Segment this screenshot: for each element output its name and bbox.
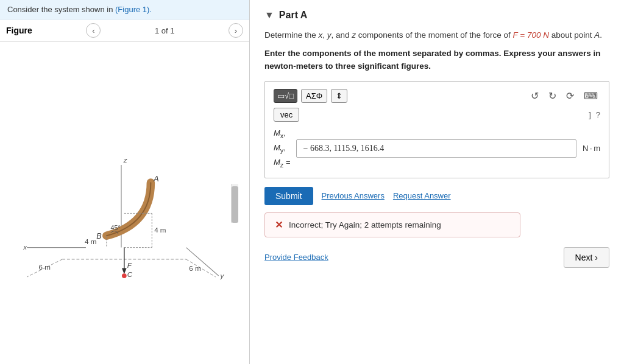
answer-box: ▭√□ AΣΦ ⇕ ↺ ↻ ⟳ ⌨ vec ] ? Mx,	[264, 81, 609, 178]
svg-text:F: F	[127, 261, 132, 269]
nav-count: 1 of 1	[155, 26, 175, 35]
input-row: Mx, My, Mz = N · m	[274, 127, 600, 170]
incorrect-text: Incorrect; Try Again; 2 attempts remaini…	[289, 220, 441, 229]
svg-text:4 m: 4 m	[85, 237, 96, 245]
svg-text:z: z	[122, 156, 127, 164]
question-mark: ?	[596, 110, 600, 119]
mx-label: Mx,	[274, 127, 290, 141]
mz-label: Mz =	[274, 156, 290, 170]
figure-nav: Figure ‹ 1 of 1 ›	[0, 19, 249, 42]
vec-button[interactable]: vec	[274, 108, 299, 122]
right-bracket: ]	[589, 110, 591, 119]
part-header: ▼ Part A	[264, 10, 609, 21]
bottom-row: Provide Feedback Next ›	[264, 247, 609, 268]
math-toolbar: ▭√□ AΣΦ ⇕ ↺ ↻ ⟳ ⌨	[274, 89, 600, 103]
symbol-button[interactable]: AΣΦ	[301, 89, 327, 103]
incorrect-box: ✕ Incorrect; Try Again; 2 attempts remai…	[264, 212, 520, 237]
left-panel: Consider the system shown in (Figure 1).…	[0, 0, 250, 364]
arrow-icon: ⇕	[336, 91, 342, 100]
question-text: Determine the x, y, and z components of …	[264, 29, 609, 41]
unit-label: N · m	[583, 144, 600, 153]
svg-text:x: x	[23, 243, 27, 251]
figure-svg: x y z 6 m 6 m F C	[12, 112, 231, 295]
right-panel: ▼ Part A Determine the x, y, and z compo…	[250, 0, 624, 364]
svg-text:C: C	[127, 270, 132, 278]
figure-area: x y z 6 m 6 m F C	[0, 42, 249, 364]
next-button[interactable]: Next ›	[564, 247, 609, 268]
svg-text:y: y	[219, 271, 224, 279]
moment-labels: Mx, My, Mz =	[274, 127, 290, 170]
next-arrow-icon: ›	[595, 253, 598, 262]
force-value: F = 700 N	[512, 30, 548, 40]
arrow-button[interactable]: ⇕	[331, 89, 347, 103]
svg-text:B: B	[96, 232, 101, 240]
part-toggle-icon[interactable]: ▼	[264, 10, 274, 21]
symbol-label: AΣΦ	[306, 91, 322, 100]
matrix-icon: ▭√□	[277, 91, 294, 100]
next-figure-button[interactable]: ›	[229, 23, 243, 38]
toolbar-right: ↺ ↻ ⟳ ⌨	[528, 89, 600, 103]
svg-text:6 m: 6 m	[38, 263, 50, 271]
request-answer-link[interactable]: Request Answer	[393, 191, 451, 200]
part-title: Part A	[279, 10, 308, 21]
figure-label-bar: Consider the system shown in (Figure 1).	[0, 0, 249, 19]
svg-point-14	[121, 273, 126, 278]
svg-marker-13	[121, 268, 126, 274]
keyboard-button[interactable]: ⌨	[581, 89, 600, 103]
figure-scrollbar[interactable]	[231, 184, 238, 223]
svg-text:6 m: 6 m	[189, 264, 200, 272]
undo-button[interactable]: ↺	[528, 89, 541, 103]
scrollbar-thumb	[232, 186, 238, 223]
redo-button[interactable]: ↻	[546, 89, 559, 103]
figure-title: Figure	[6, 26, 32, 35]
incorrect-icon: ✕	[275, 219, 283, 231]
previous-answers-link[interactable]: Previous Answers	[322, 191, 385, 200]
submit-button[interactable]: Submit	[264, 187, 313, 205]
prev-figure-button[interactable]: ‹	[86, 23, 101, 38]
matrix-button[interactable]: ▭√□	[274, 89, 297, 103]
next-label: Next	[575, 253, 593, 262]
refresh-button[interactable]: ⟳	[564, 89, 576, 103]
figure-link[interactable]: (Figure 1).	[115, 5, 152, 14]
svg-text:A: A	[153, 175, 158, 183]
intro-text: Consider the system shown in	[7, 5, 115, 14]
answer-input[interactable]	[296, 139, 576, 158]
question-vars: x	[319, 30, 323, 40]
provide-feedback-link[interactable]: Provide Feedback	[264, 253, 328, 262]
svg-text:4 m: 4 m	[154, 226, 166, 234]
my-label: My,	[274, 141, 290, 156]
action-row: Submit Previous Answers Request Answer	[264, 187, 609, 205]
question-instruction: Enter the components of the moment separ…	[264, 47, 609, 72]
point-label: A	[594, 30, 600, 40]
svg-text:45°: 45°	[110, 223, 120, 231]
